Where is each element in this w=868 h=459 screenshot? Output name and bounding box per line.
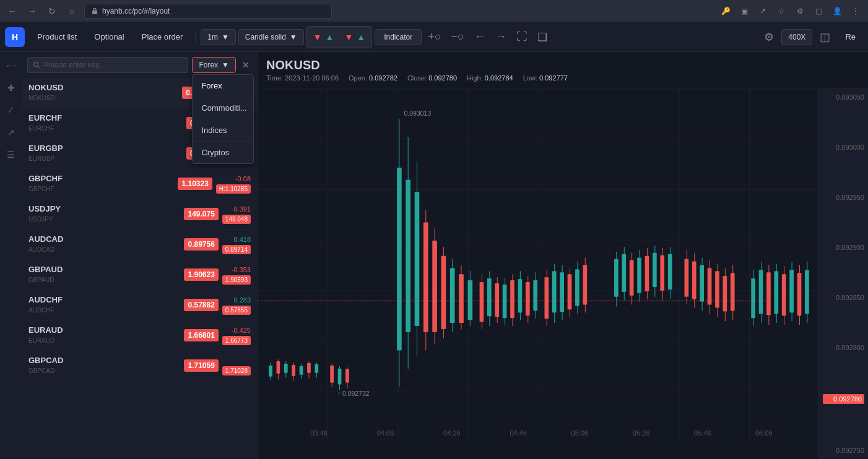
- svg-rect-85: [622, 254, 626, 292]
- chart-low-label: Low: 0.092777: [523, 74, 568, 82]
- price-label-4: 0.092900: [823, 244, 864, 251]
- svg-rect-91: [645, 256, 649, 291]
- price-label-3: 0.092950: [823, 194, 864, 201]
- up-arrow-icon-2[interactable]: ▲: [357, 32, 365, 42]
- menu-icon[interactable]: ☰: [2, 146, 20, 163]
- inst-name-eurgbp: EURGBP: [28, 144, 183, 153]
- zoom-level-display: 400X: [781, 29, 812, 45]
- category-dropdown[interactable]: Forex ▼ Forex Commoditi... Indices Crypt…: [192, 57, 236, 73]
- down-arrow-icon[interactable]: ▼: [313, 32, 322, 42]
- price-label-6: 0.092800: [823, 344, 864, 351]
- instrument-item-gbpchf[interactable]: GBPCHF GBPCHF 1.10323 -0.08 H:1.10285: [22, 169, 257, 199]
- svg-rect-51: [459, 274, 464, 323]
- dropdown-item-commodities[interactable]: Commoditi...: [193, 97, 253, 119]
- svg-rect-23: [292, 365, 295, 376]
- address-bar[interactable]: hyanb.cc/pc/#/layout: [84, 4, 332, 19]
- reload-chart-button[interactable]: Re: [838, 28, 863, 45]
- optional-button[interactable]: Optional: [87, 28, 131, 45]
- more-icon[interactable]: ⋮: [848, 4, 863, 19]
- inst-high-audcad: 0.89714: [222, 245, 251, 254]
- instrument-item-audcad[interactable]: AUDCAD AUDCAD 0.89756 0.418 0.89714: [22, 229, 257, 260]
- home-button[interactable]: ⌂: [64, 4, 79, 19]
- trend-line-icon[interactable]: ↗: [2, 124, 20, 141]
- back-button[interactable]: ←: [5, 4, 20, 19]
- inst-high-gbpaud: 1.90593: [222, 275, 251, 285]
- zoom-out-button[interactable]: −○: [448, 28, 468, 46]
- place-order-button[interactable]: Place order: [134, 28, 190, 45]
- star-icon[interactable]: ☆: [774, 4, 789, 19]
- url-text: hyanb.cc/pc/#/layout: [102, 7, 170, 15]
- category-dropdown-menu: Forex Commoditi... Indices Cryptos: [192, 74, 254, 164]
- instrument-item-usdjpy[interactable]: USDJPY USDJPY 149.075 -0.391 149.048: [22, 199, 257, 229]
- inst-name-gbpchf: GBPCHF: [28, 174, 174, 183]
- line-tool-icon[interactable]: ⁄: [2, 101, 20, 119]
- category-select-button[interactable]: Forex ▼: [192, 57, 236, 73]
- time-label-0506: 05:06: [571, 429, 589, 437]
- instrument-item-audchf[interactable]: AUDCHF AUDCHF 0.57882 0.283 0.57855: [22, 290, 257, 320]
- crop-button[interactable]: ⛶: [513, 28, 531, 46]
- instrument-item-gbpaud[interactable]: GBPAUD GBPAUD 1.90623 -0.353 1.90593: [22, 260, 257, 290]
- svg-rect-63: [510, 280, 514, 318]
- chart-header: NOKUSD Time: 2023-11-20 06:06 Open: 0.09…: [258, 52, 868, 88]
- svg-rect-67: [526, 282, 530, 315]
- chart-meta: Time: 2023-11-20 06:06 Open: 0.092782 Cl…: [266, 74, 859, 82]
- svg-rect-0: [92, 11, 97, 14]
- settings-button[interactable]: ⚙: [760, 28, 778, 46]
- time-label-0446: 04:46: [510, 429, 527, 437]
- profile-icon[interactable]: 👤: [830, 4, 844, 19]
- up-arrow-icon-green[interactable]: ▲: [326, 32, 334, 42]
- inst-subtitle-gbpchf: GBPCHF: [28, 186, 174, 192]
- svg-rect-105: [708, 268, 712, 304]
- sep-arrows: [339, 30, 339, 45]
- price-label-1: 0.093050: [823, 93, 864, 101]
- candle-type-select[interactable]: Candle solid ▼: [238, 29, 304, 45]
- close-search-button[interactable]: ✕: [240, 58, 252, 72]
- scroll-right-button[interactable]: →: [492, 28, 510, 46]
- dropdown-item-indices[interactable]: Indices: [193, 119, 253, 142]
- cursor-icon[interactable]: ←‑: [2, 57, 20, 74]
- window-icon[interactable]: ▢: [811, 4, 826, 19]
- inst-change-gbpchf: -0.08: [216, 175, 251, 182]
- dropdown-arrow-icon: ▼: [222, 61, 229, 69]
- svg-rect-57: [487, 278, 492, 316]
- key-icon[interactable]: 🔑: [718, 4, 733, 19]
- svg-rect-29: [315, 364, 319, 373]
- reload-button[interactable]: ↻: [45, 4, 59, 19]
- share-icon[interactable]: ↗: [755, 4, 770, 19]
- scroll-left-button[interactable]: ←: [471, 28, 489, 46]
- svg-rect-65: [518, 279, 523, 312]
- inst-price-gbpcad: 1.71059: [184, 359, 218, 372]
- svg-point-1: [34, 62, 38, 67]
- zoom-in-button[interactable]: +○: [424, 28, 445, 46]
- indicator-button[interactable]: Indicator: [375, 29, 422, 45]
- inst-subtitle-audcad: AUDCAD: [28, 246, 180, 253]
- inst-price-audcad: 0.89756: [184, 238, 218, 251]
- dropdown-item-cryptos[interactable]: Cryptos: [193, 142, 253, 163]
- svg-rect-93: [653, 253, 657, 287]
- svg-rect-73: [552, 271, 557, 312]
- product-list-button[interactable]: Product list: [30, 28, 84, 45]
- crosshair-icon[interactable]: ✚: [2, 79, 20, 97]
- svg-rect-41: [415, 192, 420, 326]
- timeframe-select[interactable]: 1m ▼: [201, 29, 236, 45]
- svg-rect-27: [307, 363, 311, 373]
- search-input[interactable]: [44, 61, 183, 69]
- down-arrow-icon-2[interactable]: ▼: [344, 32, 353, 42]
- layout-button[interactable]: ◫: [816, 28, 834, 46]
- current-price-line: [258, 301, 769, 301]
- instrument-item-euraud[interactable]: EURAUD EURAUD 1.66801 -0.425 1.66773: [22, 320, 257, 351]
- dropdown-item-forex[interactable]: Forex: [193, 75, 253, 97]
- search-area: Forex ▼ Forex Commoditi... Indices Crypt…: [22, 52, 257, 78]
- chart-canvas[interactable]: 0.093013 ↑ 0.092732 03:46 04:06 04:26 04…: [258, 88, 868, 459]
- svg-rect-25: [300, 366, 303, 375]
- svg-rect-113: [751, 278, 755, 318]
- inst-high-usdjpy: 149.048: [222, 215, 251, 224]
- screen-icon[interactable]: ▣: [737, 4, 752, 19]
- search-input-wrap[interactable]: [27, 57, 188, 73]
- fullscreen-button[interactable]: ❏: [534, 28, 551, 46]
- forward-button[interactable]: →: [25, 4, 40, 19]
- inst-subtitle-eurchf: EURCHF: [28, 125, 183, 132]
- time-label-0406: 04:06: [377, 429, 394, 437]
- instrument-item-gbpcad[interactable]: GBPCAD GBPCAD 1.71059 1.71028: [22, 351, 257, 381]
- puzzle-icon[interactable]: ⚙: [792, 4, 807, 19]
